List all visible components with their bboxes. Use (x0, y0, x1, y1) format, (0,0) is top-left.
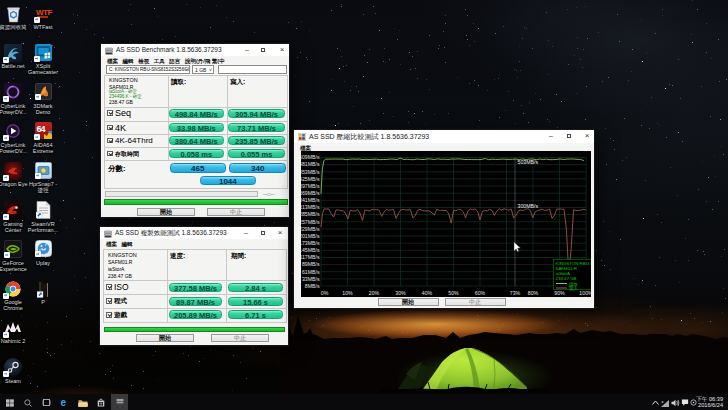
svg-text:73%: 73% (510, 290, 521, 296)
svg-text:425MB/s: 425MB/s (301, 176, 320, 182)
svg-text:481MB/s: 481MB/s (301, 161, 320, 167)
svg-text:238.47 GB: 238.47 GB (556, 276, 577, 281)
svg-text:229MB/s: 229MB/s (301, 226, 320, 232)
svg-text:100%: 100% (579, 290, 591, 296)
svg-text:60%: 60% (475, 290, 486, 296)
svg-text:300MB/s: 300MB/s (518, 203, 539, 209)
svg-text:20%: 20% (369, 290, 380, 296)
svg-text:313MB/s: 313MB/s (301, 204, 320, 210)
svg-text:61MB/s: 61MB/s (302, 269, 320, 275)
svg-text:503MB/s: 503MB/s (518, 159, 539, 165)
svg-text:285MB/s: 285MB/s (301, 211, 320, 217)
svg-text:80%: 80% (528, 290, 539, 296)
svg-text:117MB/s: 117MB/s (301, 254, 320, 260)
svg-text:201MB/s: 201MB/s (301, 233, 320, 239)
svg-text:397MB/s: 397MB/s (301, 183, 320, 189)
svg-text:40%: 40% (422, 290, 433, 296)
svg-text:30%: 30% (395, 290, 406, 296)
svg-text:50%: 50% (448, 290, 459, 296)
svg-text:369MB/s: 369MB/s (301, 190, 320, 196)
svg-text:90%: 90% (554, 290, 565, 296)
svg-text:145MB/s: 145MB/s (301, 247, 320, 253)
svg-text:341MB/s: 341MB/s (301, 197, 320, 203)
svg-text:10%: 10% (342, 290, 353, 296)
svg-text:33MB/s: 33MB/s (302, 276, 320, 282)
svg-text:0%: 0% (321, 290, 329, 296)
svg-text:寫入: 寫入 (569, 286, 578, 291)
svg-text:257MB/s: 257MB/s (301, 219, 320, 225)
svg-text:89MB/s: 89MB/s (302, 261, 320, 267)
svg-text:453MB/s: 453MB/s (301, 169, 320, 175)
svg-text:8MB/s: 8MB/s (305, 283, 320, 289)
svg-text:509MB/s: 509MB/s (301, 154, 320, 160)
svg-text:173MB/s: 173MB/s (301, 240, 320, 246)
